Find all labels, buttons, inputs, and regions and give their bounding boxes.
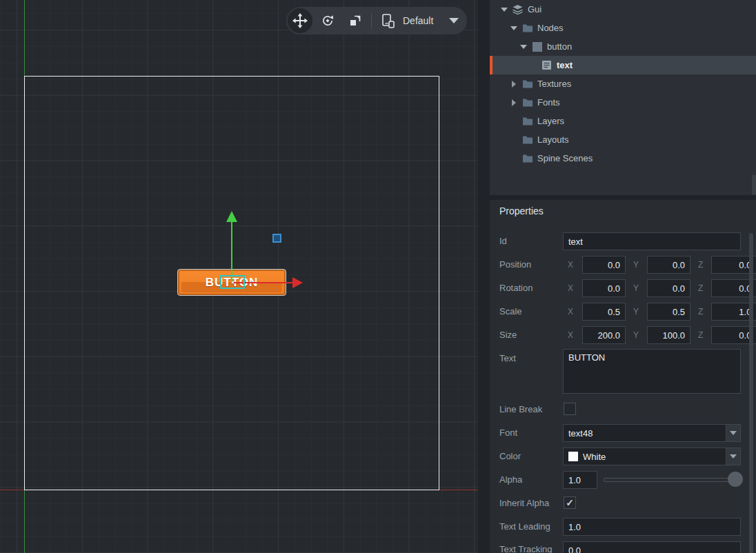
rotation-x-field[interactable] [582,279,626,297]
folder-icon [521,116,533,127]
layout-dropdown-value: Default [403,15,433,26]
outline-item-button[interactable]: button [490,37,756,56]
y-axis-label: Y [633,283,639,293]
outline-properties-divider[interactable] [490,195,756,200]
rotate-tool-button[interactable] [314,7,341,34]
outline-item-textures[interactable]: Textures [490,74,756,93]
outline-tree: Gui Nodes button [490,0,756,195]
outline-item-nodes[interactable]: Nodes [490,19,756,37]
id-label: Id [499,236,507,246]
rotation-y-field[interactable] [647,279,690,297]
expander-icon[interactable] [508,23,519,34]
chevron-down-icon [449,18,459,23]
layout-dropdown[interactable]: Default [377,12,467,29]
color-label: Color [499,451,521,461]
position-x-field[interactable] [582,256,626,274]
size-x-field[interactable] [582,326,626,344]
outline-item-label: Layouts [537,134,569,145]
properties-title: Properties [499,205,544,217]
position-label: Position [499,259,531,270]
outline-item-text[interactable]: text [490,56,756,74]
line-break-label: Line Break [499,404,542,414]
box-node-icon [531,41,543,52]
scene-viewport[interactable]: BUTTON [0,0,478,553]
outline-item-label: text [557,60,573,70]
color-dropdown[interactable]: White [563,448,726,465]
device-icon [380,12,397,29]
size-y-field[interactable] [647,326,690,344]
id-field[interactable] [563,232,741,250]
move-gizmo-x-arrowhead[interactable] [292,277,303,288]
folder-icon [521,79,533,90]
line-break-checkbox[interactable] [564,403,576,415]
folder-icon [521,23,533,34]
folder-icon [521,134,533,145]
panel-splitter[interactable] [478,0,490,553]
color-dropdown-value: White [583,452,606,462]
text-leading-field[interactable] [563,518,741,536]
outline-item-layouts[interactable]: Layouts [490,130,756,149]
scale-label: Scale [499,306,522,316]
expander-icon[interactable] [499,4,510,15]
move-gizmo-y-arrowhead[interactable] [226,211,237,222]
x-axis-label: X [568,260,573,270]
y-axis-label: Y [633,307,639,316]
scale-x-field[interactable] [582,303,626,321]
y-axis-label: Y [633,260,639,270]
expander-icon[interactable] [508,97,519,108]
alpha-field[interactable] [563,471,597,489]
outline-item-spine-scenes[interactable]: Spine Scenes [490,149,756,168]
expander-icon[interactable] [518,41,529,52]
color-dropdown-button[interactable] [726,448,741,465]
properties-scrollbar[interactable] [749,233,753,553]
text-node-icon [541,60,553,71]
x-axis-label: X [568,283,573,293]
scale-vector-row: X Y Z [563,303,741,321]
z-axis-label: Z [698,330,703,340]
position-vector-row: X Y Z [563,256,741,274]
alpha-slider-thumb[interactable] [728,472,743,487]
font-dropdown-button[interactable] [726,424,741,442]
outline-item-label: Spine Scenes [537,153,593,163]
alpha-slider-track[interactable] [604,478,741,482]
outline-item-label: Gui [528,4,541,14]
move-gizmo-y-shaft[interactable] [231,221,232,283]
text-node-pivot-dot [232,281,234,283]
color-swatch [568,452,578,461]
font-dropdown-value: text48 [568,428,593,439]
right-panel: Gui Nodes button [490,0,756,553]
size-vector-row: X Y Z [563,326,741,344]
outline-item-label: Textures [537,79,571,89]
gui-editor-window: BUTTON [0,0,756,553]
text-tracking-field[interactable] [563,541,741,553]
outline-item-fonts[interactable]: Fonts [490,93,756,112]
toolbar-separator [371,13,372,28]
scale-y-field[interactable] [647,303,690,321]
folder-icon [521,153,533,164]
properties-panel: Properties Id Position X Y Z Rotation X … [490,200,756,553]
outline-item-layers[interactable]: Layers [490,112,756,130]
font-dropdown[interactable]: text48 [563,424,726,442]
outline-item-label: Fonts [537,97,560,108]
text-label: Text [499,353,516,363]
scene-toolbar: Default [286,7,467,34]
expander-icon[interactable] [508,79,519,90]
position-y-field[interactable] [647,256,690,274]
outline-item-label: Nodes [537,23,564,33]
move-tool-button[interactable] [286,7,314,34]
scale-tool-button[interactable] [341,7,369,34]
y-axis-label: Y [633,330,639,340]
outline-item-gui[interactable]: Gui [490,0,756,19]
outline-item-label: Layers [537,116,564,126]
layers-icon [512,4,524,15]
text-field[interactable]: BUTTON [563,349,741,394]
outline-item-label: button [547,41,572,52]
z-axis-label: Z [698,260,703,270]
outline-scrollbar[interactable] [752,174,756,195]
text-tracking-label: Text Tracking [499,544,553,553]
alpha-label: Alpha [499,474,522,485]
x-axis-label: X [568,330,573,340]
move-gizmo-free-handle[interactable] [272,234,281,243]
rotate-icon [321,14,335,28]
inherit-alpha-checkbox[interactable]: ✓ [564,496,576,509]
